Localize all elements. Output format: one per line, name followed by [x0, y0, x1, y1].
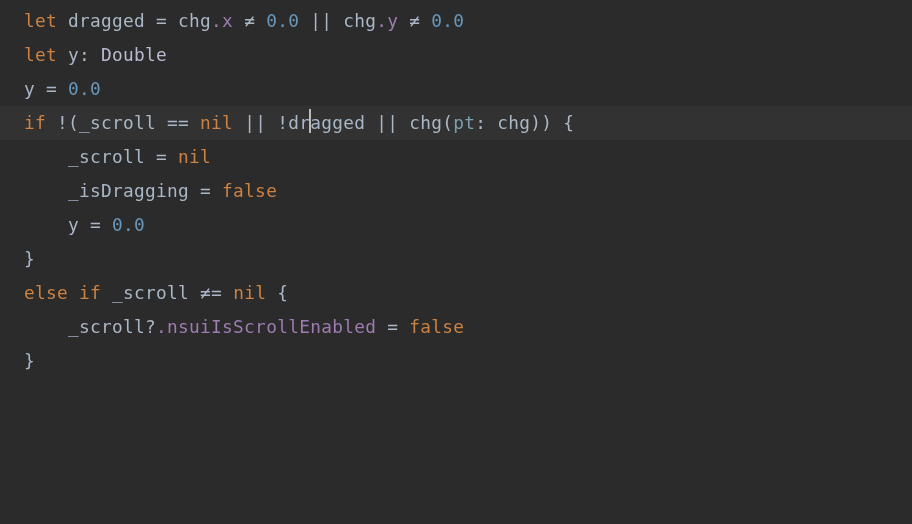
code-line[interactable]: if !(_scroll == nil || !dragged || chg(p…	[0, 106, 912, 140]
code-line[interactable]: else if _scroll ≠= nil {	[24, 276, 912, 310]
code-line[interactable]: let dragged = chg.x ≠ 0.0 || chg.y ≠ 0.0	[24, 4, 912, 38]
code-token: || chg	[299, 10, 376, 31]
code-token	[189, 112, 200, 133]
code-line[interactable]: _isDragging = false	[24, 174, 912, 208]
code-token: y =	[68, 214, 112, 235]
code-token: : chg)) {	[475, 112, 574, 133]
code-token: }	[24, 350, 35, 371]
code-token: }	[24, 248, 35, 269]
code-line[interactable]: }	[24, 344, 912, 378]
code-token: ==	[167, 112, 189, 133]
code-token: Double	[101, 44, 167, 65]
code-token: _scroll	[112, 282, 200, 303]
code-token: ≠=	[200, 282, 222, 303]
code-token: ≠	[244, 10, 255, 31]
code-token: nil	[200, 112, 233, 133]
code-line[interactable]: y = 0.0	[24, 72, 912, 106]
code-token: 0.0	[68, 78, 101, 99]
code-token: false	[222, 180, 277, 201]
code-token: 0.0	[266, 10, 299, 31]
code-token: _scroll =	[68, 146, 178, 167]
code-token: =	[376, 316, 409, 337]
code-token: let	[24, 10, 68, 31]
code-token: {	[266, 282, 288, 303]
code-token: _isDragging =	[68, 180, 222, 201]
code-token: 0.0	[112, 214, 145, 235]
code-token: .nsuiIsScrollEnabled	[156, 316, 376, 337]
code-token: y:	[68, 44, 101, 65]
code-token: 0.0	[431, 10, 464, 31]
code-token: .y	[376, 10, 398, 31]
code-token: dragged = chg	[68, 10, 211, 31]
code-token: false	[409, 316, 464, 337]
code-token: pt	[453, 112, 475, 133]
code-token	[233, 10, 244, 31]
code-token: else if	[24, 282, 112, 303]
code-token: !(_scroll	[57, 112, 167, 133]
code-line[interactable]: y = 0.0	[24, 208, 912, 242]
code-token: ≠	[409, 10, 420, 31]
code-token: y =	[24, 78, 68, 99]
code-token: if	[24, 112, 57, 133]
code-token	[222, 282, 233, 303]
code-line[interactable]: }	[24, 242, 912, 276]
code-line[interactable]: _scroll?.nsuiIsScrollEnabled = false	[24, 310, 912, 344]
code-token: nil	[178, 146, 211, 167]
code-line[interactable]: let y: Double	[24, 38, 912, 72]
code-token: let	[24, 44, 68, 65]
code-line[interactable]: _scroll = nil	[24, 140, 912, 174]
code-token: nil	[233, 282, 266, 303]
code-token	[398, 10, 409, 31]
code-token: || !dr	[233, 112, 310, 133]
code-token	[420, 10, 431, 31]
code-token: _scroll?	[68, 316, 156, 337]
code-token	[255, 10, 266, 31]
code-token: .x	[211, 10, 233, 31]
code-token: agged || chg(	[310, 112, 453, 133]
code-editor[interactable]: let dragged = chg.x ≠ 0.0 || chg.y ≠ 0.0…	[0, 0, 912, 378]
